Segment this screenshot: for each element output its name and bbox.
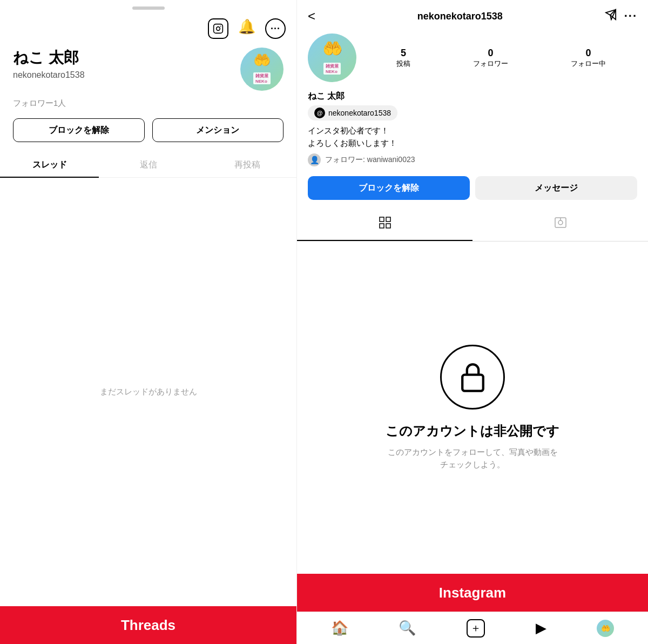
posts-label: 投稿	[396, 59, 410, 69]
posts-count: 5	[401, 48, 406, 59]
bell-icon[interactable]: 🔔	[238, 18, 255, 39]
threads-panel: 🔔 ··· ねこ 太郎 nekonekotaro1538 🤲 雑貨屋NEKo フ…	[0, 0, 297, 644]
stat-followers: 0 フォロワー	[473, 48, 508, 69]
svg-point-9	[558, 220, 563, 225]
more-icon[interactable]: ···	[265, 18, 286, 39]
instagram-header-actions: ···	[605, 9, 637, 24]
instagram-app-label: Instagram	[439, 585, 506, 601]
tab-replies[interactable]: 返信	[99, 153, 198, 177]
instagram-header: < nekonekotaro1538 ···	[297, 0, 648, 29]
threads-tabs: スレッド 返信 再投稿	[0, 153, 296, 178]
grid-icon	[379, 216, 392, 232]
follower-reference-text: フォロワー: waniwani0023	[325, 155, 415, 165]
instagram-unblock-button[interactable]: ブロックを解除	[308, 176, 470, 200]
no-threads-message: まだスレッドがありません	[100, 387, 197, 397]
threads-profile-section: ねこ 太郎 nekonekotaro1538 🤲 雑貨屋NEKo	[0, 39, 296, 91]
svg-rect-11	[462, 375, 483, 391]
threads-handle: nekonekotaro1538	[13, 70, 85, 80]
following-label: フォロー中	[571, 59, 606, 69]
tab-grid[interactable]	[297, 209, 473, 241]
svg-rect-7	[386, 224, 390, 228]
threads-badge[interactable]: @ nekonekotaro1538	[308, 105, 397, 120]
follower-reference: 👤 フォロワー: waniwani0023	[308, 153, 637, 166]
private-account-title: このアカウントは非公開です	[386, 422, 559, 440]
phone-notch	[132, 6, 165, 10]
tab-threads[interactable]: スレッド	[0, 153, 99, 177]
avatar-shop-label: 雑貨屋NEKo	[253, 72, 271, 84]
threads-name-section: ねこ 太郎 nekonekotaro1538	[13, 48, 85, 80]
svg-point-1	[217, 27, 220, 31]
lock-circle	[440, 345, 505, 410]
instagram-bio: インスタ初心者です！ よろしくお願いします！	[308, 125, 637, 149]
tab-reposts[interactable]: 再投稿	[198, 153, 296, 177]
svg-rect-5	[386, 217, 390, 222]
threads-unblock-button[interactable]: ブロックを解除	[13, 118, 145, 142]
private-account-subtitle: このアカウントをフォローして、写真や動画を チェックしよう。	[388, 446, 558, 471]
svg-rect-4	[380, 217, 384, 222]
threads-action-buttons: ブロックを解除 メンション	[0, 109, 296, 142]
threads-content-area: まだスレッドがありません	[0, 178, 296, 606]
stat-posts: 5 投稿	[396, 48, 410, 69]
instagram-icon[interactable]	[208, 18, 228, 39]
search-nav-icon[interactable]: 🔍	[399, 620, 416, 636]
followers-count: 0	[488, 48, 493, 59]
instagram-stats: 5 投稿 0 フォロワー 0 フォロー中	[365, 48, 637, 69]
back-button[interactable]: <	[308, 9, 315, 24]
instagram-bottom-bar: Instagram	[297, 574, 648, 612]
followers-label: フォロワー	[473, 59, 508, 69]
instagram-locked-content: このアカウントは非公開です このアカウントをフォローして、写真や動画を チェック…	[297, 242, 648, 574]
instagram-content-tabs	[297, 209, 648, 242]
instagram-header-username: nekonekotaro1538	[322, 11, 598, 22]
lock-icon	[458, 361, 488, 393]
more-options-icon[interactable]: ···	[624, 9, 637, 23]
svg-rect-0	[214, 24, 223, 33]
instagram-profile-section: 🤲 雑貨屋NEKo 5 投稿 0 フォロワー 0 フォロー中	[297, 29, 648, 89]
svg-rect-6	[380, 224, 384, 228]
send-icon[interactable]	[605, 9, 617, 24]
stat-following: 0 フォロー中	[571, 48, 606, 69]
svg-point-2	[220, 26, 221, 27]
tagged-icon	[554, 216, 567, 232]
add-nav-icon[interactable]: ＋	[467, 619, 485, 638]
threads-bottom-bar: Threads	[0, 606, 296, 644]
threads-app-label: Threads	[121, 617, 176, 634]
tab-tagged[interactable]	[473, 209, 648, 241]
instagram-bottom-nav: 🏠 🔍 ＋ ▶ 🤲	[297, 612, 648, 644]
instagram-action-buttons: ブロックを解除 メッセージ	[297, 170, 648, 206]
instagram-display-name: ねこ 太郎	[308, 91, 637, 102]
following-count: 0	[585, 48, 591, 59]
home-nav-icon[interactable]: 🏠	[331, 620, 348, 636]
threads-header-icons: 🔔 ···	[0, 14, 296, 39]
threads-logo-icon: @	[314, 108, 325, 118]
instagram-panel: < nekonekotaro1538 ··· 🤲 雑貨屋NEKo 5 投稿	[297, 0, 648, 644]
instagram-message-button[interactable]: メッセージ	[475, 176, 637, 200]
reels-nav-icon[interactable]: ▶	[536, 620, 546, 636]
profile-nav-avatar[interactable]: 🤲	[597, 620, 614, 637]
follower-mini-avatar: 👤	[308, 153, 321, 166]
threads-badge-handle: nekonekotaro1538	[328, 109, 391, 117]
instagram-avatar: 🤲 雑貨屋NEKo	[308, 33, 356, 82]
threads-display-name: ねこ 太郎	[13, 48, 85, 68]
threads-avatar: 🤲 雑貨屋NEKo	[240, 48, 284, 91]
instagram-name-section: ねこ 太郎 @ nekonekotaro1538 インスタ初心者です！ よろしく…	[297, 89, 648, 170]
threads-mention-button[interactable]: メンション	[152, 118, 284, 142]
threads-followers-text: フォロワー1人	[0, 91, 296, 109]
